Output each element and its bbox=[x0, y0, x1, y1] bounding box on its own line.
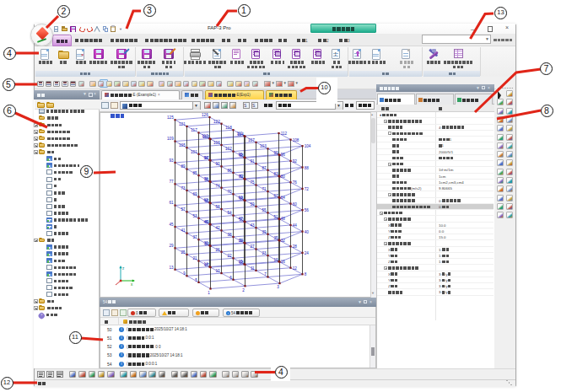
svg-text:39: 39 bbox=[262, 230, 267, 234]
svg-text:63: 63 bbox=[239, 196, 244, 200]
svg-text:126: 126 bbox=[202, 113, 208, 117]
svg-text:72: 72 bbox=[305, 187, 310, 191]
svg-text:101: 101 bbox=[191, 150, 197, 154]
svg-text:29: 29 bbox=[170, 244, 175, 248]
svg-text:77: 77 bbox=[170, 180, 175, 184]
svg-text:25: 25 bbox=[181, 250, 186, 255]
svg-text:107: 107 bbox=[248, 138, 255, 142]
svg-text:46: 46 bbox=[204, 220, 209, 224]
svg-text:x: x bbox=[131, 282, 133, 287]
svg-text:59: 59 bbox=[251, 202, 256, 207]
svg-text:96: 96 bbox=[281, 153, 286, 157]
svg-text:91: 91 bbox=[251, 159, 256, 164]
svg-text:21: 21 bbox=[193, 256, 198, 260]
svg-text:42: 42 bbox=[216, 226, 221, 230]
svg-text:85: 85 bbox=[193, 171, 198, 175]
svg-text:30: 30 bbox=[204, 241, 209, 245]
svg-text:19: 19 bbox=[274, 258, 279, 262]
svg-text:53: 53 bbox=[193, 214, 198, 218]
svg-text:92: 92 bbox=[293, 159, 298, 164]
svg-text:8: 8 bbox=[305, 272, 307, 277]
svg-text:22: 22 bbox=[228, 254, 233, 258]
svg-text:61: 61 bbox=[170, 201, 175, 205]
svg-text:41: 41 bbox=[181, 228, 186, 233]
svg-text:89: 89 bbox=[181, 164, 186, 169]
svg-text:12: 12 bbox=[293, 266, 298, 271]
svg-text:45: 45 bbox=[170, 223, 175, 227]
svg-text:103: 103 bbox=[260, 144, 267, 148]
svg-text:28: 28 bbox=[293, 244, 298, 249]
svg-text:5: 5 bbox=[195, 278, 197, 282]
svg-text:37: 37 bbox=[193, 235, 198, 239]
svg-text:112: 112 bbox=[281, 132, 288, 136]
svg-text:23: 23 bbox=[262, 251, 267, 255]
svg-text:z: z bbox=[122, 266, 125, 271]
svg-text:7: 7 bbox=[264, 272, 267, 277]
svg-text:35: 35 bbox=[274, 236, 279, 240]
svg-text:38: 38 bbox=[228, 233, 233, 237]
svg-text:78: 78 bbox=[204, 177, 209, 181]
svg-text:94: 94 bbox=[204, 156, 209, 160]
svg-text:99: 99 bbox=[274, 151, 279, 155]
svg-text:62: 62 bbox=[204, 198, 209, 202]
svg-text:43: 43 bbox=[251, 223, 256, 228]
svg-text:87: 87 bbox=[262, 166, 267, 170]
svg-text:110: 110 bbox=[202, 134, 208, 138]
svg-text:105: 105 bbox=[179, 143, 186, 148]
svg-text:6: 6 bbox=[229, 276, 232, 280]
svg-text:47: 47 bbox=[239, 217, 244, 221]
svg-text:44: 44 bbox=[293, 223, 298, 228]
svg-text:95: 95 bbox=[239, 153, 244, 157]
svg-text:76: 76 bbox=[293, 180, 298, 185]
svg-text:9: 9 bbox=[183, 271, 186, 276]
svg-text:83: 83 bbox=[274, 172, 279, 176]
svg-text:111: 111 bbox=[237, 132, 243, 136]
svg-text:71: 71 bbox=[262, 187, 267, 191]
svg-text:88: 88 bbox=[305, 166, 310, 170]
svg-text:69: 69 bbox=[193, 192, 198, 196]
svg-text:108: 108 bbox=[293, 138, 299, 142]
svg-text:57: 57 bbox=[181, 207, 186, 212]
svg-text:70: 70 bbox=[228, 190, 233, 194]
svg-text:27: 27 bbox=[251, 244, 256, 249]
svg-text:80: 80 bbox=[281, 175, 286, 179]
svg-text:109: 109 bbox=[167, 137, 174, 141]
svg-text:40: 40 bbox=[305, 230, 310, 234]
svg-text:79: 79 bbox=[239, 175, 244, 179]
svg-text:51: 51 bbox=[274, 215, 279, 219]
svg-text:60: 60 bbox=[293, 202, 298, 207]
svg-text:90: 90 bbox=[216, 162, 221, 166]
svg-text:32: 32 bbox=[281, 239, 286, 243]
svg-text:117: 117 bbox=[191, 128, 197, 132]
svg-text:3: 3 bbox=[277, 285, 279, 289]
svg-text:74: 74 bbox=[216, 184, 221, 188]
svg-text:31: 31 bbox=[239, 239, 244, 243]
svg-text:24: 24 bbox=[305, 251, 310, 255]
svg-text:67: 67 bbox=[274, 194, 279, 198]
svg-text:2: 2 bbox=[242, 288, 245, 293]
svg-text:104: 104 bbox=[305, 144, 311, 148]
svg-text:54: 54 bbox=[228, 211, 233, 215]
svg-text:75: 75 bbox=[251, 180, 256, 185]
svg-text:48: 48 bbox=[281, 217, 286, 221]
svg-text:93: 93 bbox=[170, 158, 175, 163]
svg-text:55: 55 bbox=[262, 208, 267, 212]
svg-text:102: 102 bbox=[225, 147, 232, 151]
svg-text:106: 106 bbox=[213, 141, 220, 145]
svg-text:122: 122 bbox=[213, 120, 220, 124]
svg-text:56: 56 bbox=[305, 208, 310, 212]
svg-text:1: 1 bbox=[208, 291, 210, 295]
svg-text:26: 26 bbox=[216, 248, 221, 252]
svg-text:86: 86 bbox=[228, 169, 233, 173]
svg-text:15: 15 bbox=[239, 260, 244, 264]
svg-text:125: 125 bbox=[167, 115, 174, 120]
svg-text:73: 73 bbox=[181, 186, 186, 191]
svg-text:13: 13 bbox=[170, 266, 175, 270]
svg-text:16: 16 bbox=[281, 260, 286, 264]
svg-text:11: 11 bbox=[251, 266, 255, 271]
svg-text:118: 118 bbox=[225, 126, 232, 130]
svg-text:64: 64 bbox=[281, 196, 286, 200]
svg-text:121: 121 bbox=[179, 122, 186, 126]
svg-text:58: 58 bbox=[216, 205, 221, 209]
svg-text:10: 10 bbox=[216, 269, 221, 273]
